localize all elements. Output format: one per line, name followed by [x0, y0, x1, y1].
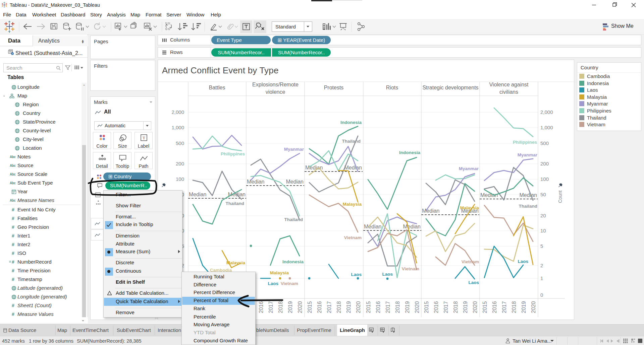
svg-text:2017: 2017 — [268, 301, 274, 313]
svg-text:Median: Median — [422, 208, 439, 214]
svg-text:2019: 2019 — [405, 301, 410, 313]
svg-text:2018: 2018 — [453, 301, 459, 313]
svg-text:Laos: Laos — [468, 280, 479, 285]
svg-text:Vietnam: Vietnam — [281, 281, 298, 286]
svg-text:Laos: Laos — [268, 281, 278, 286]
svg-text:Battles: Battles — [209, 85, 225, 90]
svg-text:2017: 2017 — [326, 301, 332, 313]
svg-text:Indonesia: Indonesia — [340, 120, 362, 125]
svg-text:2017: 2017 — [443, 301, 449, 313]
svg-text:Indonesia: Indonesia — [282, 259, 304, 264]
svg-text:200: 200 — [176, 161, 184, 166]
svg-text:2017: 2017 — [501, 301, 507, 313]
svg-text:2016: 2016 — [317, 301, 322, 313]
svg-text:Vietnam: Vietnam — [344, 235, 362, 240]
svg-text:2015: 2015 — [307, 301, 313, 313]
svg-text:Thailand: Thailand — [342, 139, 361, 144]
svg-text:2020: 2020 — [472, 301, 478, 313]
svg-text:2019: 2019 — [346, 301, 352, 313]
svg-text:0: 0 — [540, 292, 543, 298]
svg-text:Vietnam: Vietnam — [462, 259, 479, 264]
svg-text:Malaysia: Malaysia — [460, 205, 479, 210]
svg-text:Laos: Laos — [518, 259, 528, 264]
svg-text:Thailand: Thailand — [284, 217, 303, 222]
svg-text:Myanmar: Myanmar — [518, 152, 538, 157]
svg-text:Indonesia: Indonesia — [399, 150, 421, 155]
svg-text:2015: 2015 — [482, 301, 488, 313]
svg-text:Median: Median — [189, 192, 206, 197]
svg-text:5: 5 — [540, 243, 543, 249]
svg-text:Malaysia: Malaysia — [226, 260, 246, 265]
svg-text:2: 2 — [540, 263, 543, 268]
svg-text:Median: Median — [247, 179, 264, 185]
svg-text:civilians: civilians — [499, 89, 518, 95]
svg-text:violence: violence — [266, 89, 285, 95]
svg-text:Thailand: Thailand — [519, 204, 537, 209]
svg-text:2,000: 2,000 — [540, 109, 553, 115]
svg-text:2020: 2020 — [297, 301, 303, 313]
svg-text:Laos: Laos — [351, 272, 362, 277]
svg-text:Median: Median — [344, 165, 362, 170]
svg-text:2016: 2016 — [258, 301, 264, 313]
svg-text:100: 100 — [540, 176, 549, 182]
svg-text:T: T — [143, 135, 145, 140]
svg-text:2,000: 2,000 — [171, 109, 184, 115]
svg-text:2018: 2018 — [336, 301, 342, 313]
svg-text:Malaysia: Malaysia — [343, 202, 362, 207]
svg-text:Laos: Laos — [382, 272, 393, 277]
svg-text:20: 20 — [540, 213, 546, 218]
svg-text:Thailand: Thailand — [225, 201, 244, 206]
svg-text:Vietnam: Vietnam — [402, 266, 419, 271]
svg-text:2017: 2017 — [385, 301, 391, 313]
svg-text:50: 50 — [540, 192, 546, 197]
svg-text:2019: 2019 — [287, 301, 293, 313]
svg-text:2015: 2015 — [366, 301, 371, 313]
svg-text:Myanmar: Myanmar — [459, 166, 479, 171]
svg-text:Malaysia: Malaysia — [270, 270, 289, 275]
svg-text:2019: 2019 — [521, 301, 527, 313]
svg-text:Strategic developments: Strategic developments — [422, 85, 478, 90]
svg-text:Violence against: Violence against — [489, 82, 529, 87]
svg-text:2019: 2019 — [463, 301, 468, 313]
svg-text:2018: 2018 — [278, 301, 283, 313]
svg-text:500: 500 — [540, 140, 549, 146]
svg-text:Median: Median — [286, 179, 304, 185]
svg-text:Median: Median — [403, 224, 421, 229]
svg-text:1: 1 — [540, 275, 543, 281]
svg-text:Riots: Riots — [386, 85, 398, 90]
svg-text:Median: Median — [520, 192, 537, 198]
svg-text:2020: 2020 — [531, 301, 536, 313]
svg-text:T: T — [97, 193, 99, 197]
svg-text:2018: 2018 — [511, 301, 517, 313]
svg-text:2018: 2018 — [395, 301, 400, 313]
svg-text:1,000: 1,000 — [171, 125, 184, 130]
svg-text:Explosions/Remote: Explosions/Remote — [252, 82, 299, 87]
svg-text:Protests: Protests — [324, 85, 344, 90]
svg-text:Philippines: Philippines — [513, 140, 537, 145]
svg-text:1,000: 1,000 — [540, 125, 553, 130]
svg-text:10: 10 — [540, 228, 546, 233]
svg-text:200: 200 — [540, 161, 549, 166]
svg-text:2020: 2020 — [414, 301, 420, 313]
svg-text:2015: 2015 — [424, 301, 429, 313]
svg-text:2020: 2020 — [356, 301, 361, 313]
svg-text:Philippines: Philippines — [221, 151, 245, 156]
svg-text:2016: 2016 — [492, 301, 497, 313]
svg-text:2016: 2016 — [433, 301, 439, 313]
svg-text:100: 100 — [176, 176, 184, 182]
svg-text:Count: Count — [557, 191, 563, 203]
svg-text:500: 500 — [176, 140, 184, 146]
svg-text:2016: 2016 — [375, 301, 381, 313]
svg-text:Myanmar: Myanmar — [284, 147, 304, 152]
svg-text:Median: Median — [364, 224, 381, 229]
